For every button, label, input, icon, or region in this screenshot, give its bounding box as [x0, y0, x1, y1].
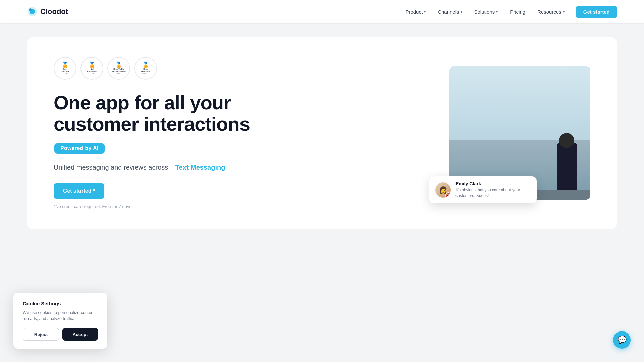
notification-sender-name: Emily Clark — [455, 181, 531, 186]
highlight-text: Text Messaging — [175, 164, 225, 171]
hero-title: One app for all your customer interactio… — [54, 92, 282, 135]
chevron-down-icon: ▾ — [424, 10, 426, 14]
nav-item-pricing[interactable]: Pricing — [505, 6, 530, 17]
logo[interactable]: Cloodot — [27, 6, 68, 17]
instagram-badge-icon: 📷 — [445, 192, 451, 198]
chat-fab-button[interactable]: 💬 — [613, 331, 631, 349]
cookie-banner-buttons: Reject Accept — [23, 328, 98, 341]
chat-icon: 💬 — [618, 336, 627, 344]
badge-icon-2: 🏅 — [87, 62, 97, 68]
award-badge-2: 🏅 HighPerformer 2023 — [80, 57, 103, 80]
cookie-banner-title: Cookie Settings — [23, 301, 98, 306]
cookie-reject-button[interactable]: Reject — [23, 328, 59, 341]
cookie-accept-button[interactable]: Accept — [62, 328, 98, 341]
cookie-banner: Cookie Settings We use cookies to person… — [13, 293, 107, 349]
awards-badges-row: 🏅 BestSupport 2023 🏅 HighPerformer 2023 … — [54, 57, 282, 80]
award-badge-3: 🏅 High To DoBusiness With 2023 — [107, 57, 130, 80]
chevron-down-icon: ▾ — [461, 10, 462, 14]
below-hero-spacer — [27, 229, 617, 362]
nav-item-resources[interactable]: Resources ▾ — [533, 6, 569, 17]
navbar: Cloodot Product ▾ Channels ▾ Solutions ▾… — [0, 0, 644, 23]
hero-get-started-button[interactable]: Get started * — [54, 183, 104, 199]
hero-card: 🏅 BestSupport 2023 🏅 HighPerformer 2023 … — [27, 37, 617, 229]
cookie-banner-message: We use cookies to personalize content, r… — [23, 310, 98, 322]
nav-links: Product ▾ Channels ▾ Solutions ▾ Pricing… — [400, 6, 617, 18]
badge-icon-3: 🏅 — [112, 62, 125, 68]
nav-item-product[interactable]: Product ▾ — [400, 6, 430, 17]
ai-powered-badge: Powered by AI — [54, 143, 105, 154]
nav-item-channels[interactable]: Channels ▾ — [433, 6, 467, 17]
badge-icon-4: 🏅 — [141, 62, 151, 68]
hero-right-image: 👩 📷 Emily Clark It's obvious that you ca… — [449, 66, 590, 200]
award-badge-4: 🏅 HighPerformer WINTER — [134, 57, 157, 80]
hero-left-content: 🏅 BestSupport 2023 🏅 HighPerformer 2023 … — [54, 57, 282, 209]
nav-get-started-button[interactable]: Get started — [576, 6, 617, 18]
hero-subtitle: Unified messaging and reviews across Tex… — [54, 164, 282, 171]
notification-avatar: 👩 📷 — [435, 182, 451, 198]
notification-message: It's obvious that you care about your cu… — [455, 187, 531, 199]
logo-text: Cloodot — [40, 7, 68, 16]
badge-icon-1: 🏅 — [61, 62, 69, 68]
nav-item-solutions[interactable]: Solutions ▾ — [470, 6, 503, 17]
notification-card: 👩 📷 Emily Clark It's obvious that you ca… — [429, 176, 537, 203]
svg-point-2 — [29, 8, 32, 11]
chevron-down-icon: ▾ — [563, 10, 565, 14]
chevron-down-icon: ▾ — [496, 10, 498, 14]
fine-print-text: *No credit card required. Free for 7 day… — [54, 204, 282, 209]
award-badge-1: 🏅 BestSupport 2023 — [54, 57, 76, 80]
notification-text: Emily Clark It's obvious that you care a… — [455, 181, 531, 199]
